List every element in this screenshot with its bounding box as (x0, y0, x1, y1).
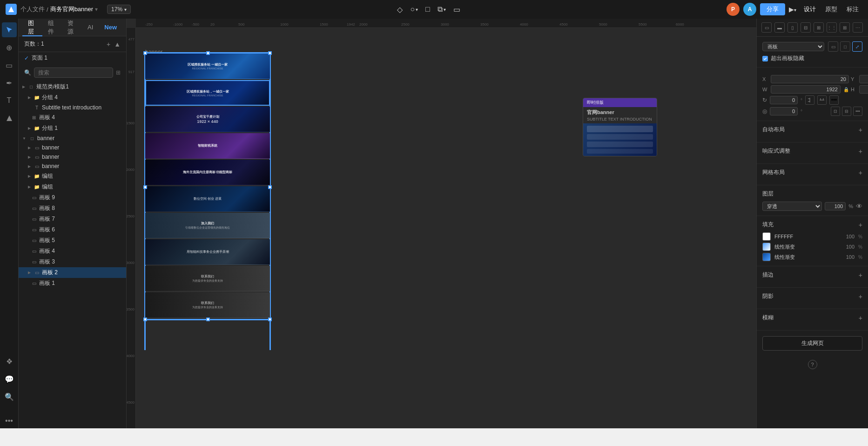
layer-mode-select[interactable]: 穿透 (762, 202, 822, 211)
layer-item[interactable]: ▭ 画板 4 (19, 246, 126, 257)
circle-icon[interactable]: ○▾ (410, 5, 418, 14)
layer-item[interactable]: ▭ 画板 6 (19, 224, 126, 235)
layout-icon-5[interactable]: ⊞ (814, 22, 824, 33)
handle-bm[interactable] (206, 318, 210, 321)
rotation-input-2[interactable] (770, 107, 798, 115)
layer-item[interactable]: ▶ ▭ banner (19, 143, 126, 152)
layer-item[interactable]: ⊞ 画板 4 (19, 112, 126, 123)
grid-add[interactable]: + (859, 169, 862, 176)
layer-item[interactable]: ▶ 📁 分组 4 (19, 92, 126, 103)
tab-ai[interactable]: AI (82, 19, 99, 36)
generate-webpage-button[interactable]: 生成网页 (762, 336, 862, 351)
handle-bl[interactable] (143, 318, 147, 321)
text-tool[interactable]: T (2, 93, 17, 108)
layer-item[interactable]: ▶ 📁 编组 (19, 171, 126, 182)
frame-icon-expand[interactable]: ⤢ (852, 41, 862, 52)
more-transform-icon[interactable]: ••• (829, 95, 839, 105)
tab-design[interactable]: 设计 (800, 3, 820, 15)
layer-item[interactable]: ▭ 画板 5 (19, 235, 126, 246)
layout-icon-2[interactable]: ▬ (774, 22, 785, 33)
expand-all-icon[interactable]: ⊞ (116, 69, 121, 76)
frame-icon-square[interactable]: □ (840, 41, 850, 52)
layer-item[interactable]: T Subtitle text introduction (19, 103, 126, 112)
clip-checkbox[interactable] (762, 56, 768, 61)
components-icon[interactable]: ❖ (2, 354, 17, 369)
copy-icon[interactable]: ⧉▾ (437, 5, 446, 14)
resize-crop[interactable]: ⊟ (842, 107, 851, 116)
square-icon[interactable]: □ (425, 5, 430, 14)
frame-tool[interactable]: ▭ (2, 58, 17, 73)
resize-proportional[interactable]: ⊡ (831, 107, 840, 116)
layer-item[interactable]: ▭ 画板 8 (19, 203, 126, 214)
shadow-add[interactable]: + (859, 293, 862, 300)
layer-item[interactable]: ▶ ▭ banner (19, 152, 126, 162)
layer-item[interactable]: ▶ 📁 分组 1 (19, 123, 126, 134)
layout-icon-8[interactable]: ⋯ (853, 22, 863, 33)
add-page-button[interactable]: + (107, 41, 110, 48)
layout-icon-1[interactable]: ▭ (761, 22, 772, 33)
layer-item-selected[interactable]: ▶ ▭ 画板 2 (19, 267, 126, 278)
handle-tr[interactable] (268, 51, 272, 55)
tab-components[interactable]: 组件 (42, 19, 62, 36)
flip-v-icon[interactable] (817, 95, 827, 105)
comments-icon[interactable]: 💬 (2, 372, 17, 386)
layer-item[interactable]: ▶ ▭ banner (19, 162, 126, 171)
flip-h-icon[interactable] (805, 95, 814, 105)
shape-tool[interactable] (2, 111, 17, 126)
layout-icon-7[interactable]: ⊞ (840, 22, 850, 33)
share-button[interactable]: 分享 (760, 3, 785, 15)
tab-layers[interactable]: 图层 (22, 19, 42, 36)
play-button[interactable]: ▶▾ (789, 6, 796, 13)
frame-type-select[interactable]: 画板 (762, 42, 824, 51)
tab-new[interactable]: New (99, 19, 122, 36)
layer-item[interactable]: ▶ □ 规范类/模版1 (19, 81, 126, 92)
responsive-add[interactable]: + (859, 148, 862, 155)
layout-icon-6[interactable]: ⋮⋮ (827, 22, 837, 33)
more-icon[interactable]: ••• (2, 413, 17, 428)
pen-tool[interactable]: ✒ (2, 75, 17, 90)
layer-item[interactable]: ▭ 画板 7 (19, 214, 126, 224)
search-icon[interactable]: 🔍 (2, 389, 17, 404)
fill-gradient-swatch-1[interactable] (762, 243, 771, 251)
zoom-control[interactable]: 17% ▾ (107, 5, 131, 14)
handle-br[interactable] (268, 318, 272, 321)
handle-ml[interactable] (143, 185, 147, 189)
layout-icon-4[interactable]: ⊟ (801, 22, 811, 33)
select-tool[interactable] (2, 22, 17, 37)
rotation-input-1[interactable] (770, 96, 798, 104)
layer-search-input[interactable] (34, 68, 113, 78)
help-button[interactable]: ? (808, 360, 817, 369)
fill-add[interactable]: + (859, 221, 862, 229)
layout-icon-3[interactable]: ▯ (787, 22, 798, 33)
blur-add[interactable]: + (859, 314, 862, 322)
canvas-area[interactable]: -250 -1000 -500 20 500 1000 1500 1942 20… (127, 19, 756, 428)
auto-layout-add[interactable]: + (859, 126, 862, 134)
diamond-icon[interactable]: ◇ (397, 5, 403, 14)
x-input[interactable] (771, 75, 849, 83)
layer-item-banner[interactable]: ▼ □ banner (19, 134, 126, 143)
layer-item[interactable]: ▭ 画板 1 (19, 278, 126, 289)
handle-tm[interactable] (206, 51, 210, 55)
fill-color-swatch-1[interactable] (762, 232, 771, 241)
opacity-input[interactable] (825, 202, 846, 210)
tab-assets[interactable]: 资源 (62, 19, 82, 36)
more-options-icon[interactable]: ••• (853, 107, 862, 116)
layer-item[interactable]: ▭ 画板 9 (19, 192, 126, 203)
move-tool[interactable]: ⊕ (2, 40, 17, 55)
handle-mr[interactable] (268, 185, 272, 189)
canvas-viewport[interactable]: banner 区域授权服务站 一城仅一家 REGIONAL FRANCHISE (136, 28, 756, 428)
frame-icon-rect[interactable]: ▭ (828, 41, 838, 52)
visibility-icon[interactable]: 👁 (856, 203, 862, 210)
layer-item[interactable]: ▭ 画板 3 (19, 257, 126, 267)
monitor-icon[interactable]: ▭ (453, 5, 460, 14)
y-input[interactable] (859, 75, 868, 83)
lock-w-icon[interactable]: 🔒 (843, 87, 849, 92)
fill-gradient-swatch-2[interactable] (762, 253, 771, 261)
w-input[interactable] (771, 85, 841, 94)
tab-prototype[interactable]: 原型 (821, 3, 841, 15)
handle-tl[interactable] (143, 51, 147, 55)
stroke-add[interactable]: + (859, 271, 862, 279)
layer-item[interactable]: ▶ 📁 编组 (19, 182, 126, 192)
collapse-page-button[interactable]: ▲ (114, 41, 121, 48)
h-input[interactable] (859, 85, 868, 94)
